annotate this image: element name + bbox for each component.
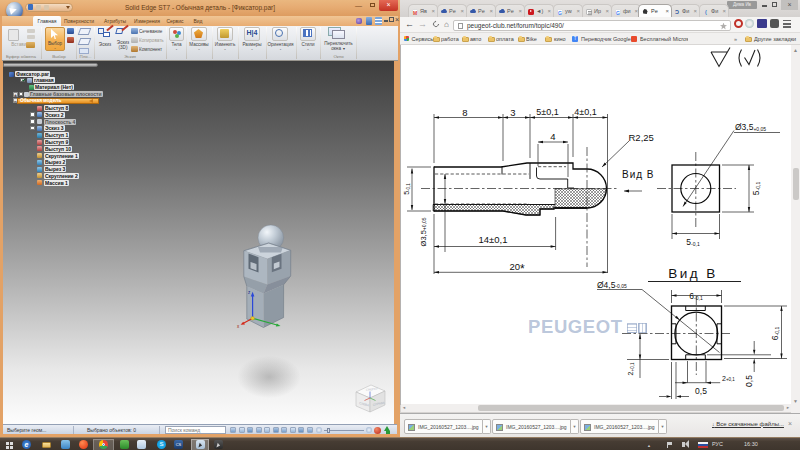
svg-text:Вид В: Вид В — [622, 169, 655, 180]
svg-text:6-0,1: 6-0,1 — [770, 327, 780, 341]
svg-text:8: 8 — [462, 107, 467, 118]
svg-text:3: 3 — [510, 107, 515, 118]
svg-text:x: x — [237, 324, 240, 329]
svg-text:Вид В: Вид В — [668, 266, 718, 281]
svg-text:0,5: 0,5 — [744, 375, 754, 387]
svg-text:Ø3,5+0,05: Ø3,5+0,05 — [419, 217, 428, 246]
svg-text:14±0,1: 14±0,1 — [479, 234, 508, 245]
svg-text:2+0,1: 2+0,1 — [722, 375, 735, 383]
svg-text:2+0,1: 2+0,1 — [627, 362, 635, 375]
svg-text:0,5: 0,5 — [695, 386, 707, 396]
svg-text:4±0,1: 4±0,1 — [574, 107, 596, 117]
svg-text:6-0,1: 6-0,1 — [689, 291, 703, 301]
svg-text:4: 4 — [550, 131, 555, 142]
svg-text:5-0,1: 5-0,1 — [751, 182, 761, 196]
svg-text:20*: 20* — [509, 261, 525, 276]
svg-text:R2,25: R2,25 — [629, 132, 654, 143]
svg-text:Ø4,5-0,05: Ø4,5-0,05 — [597, 280, 627, 290]
svg-text:5±0,1: 5±0,1 — [536, 107, 558, 117]
svg-text:5-0,1: 5-0,1 — [403, 183, 411, 195]
svg-text:Ø3,5+0,05: Ø3,5+0,05 — [735, 122, 766, 132]
svg-text:5-0,1: 5-0,1 — [686, 237, 700, 247]
